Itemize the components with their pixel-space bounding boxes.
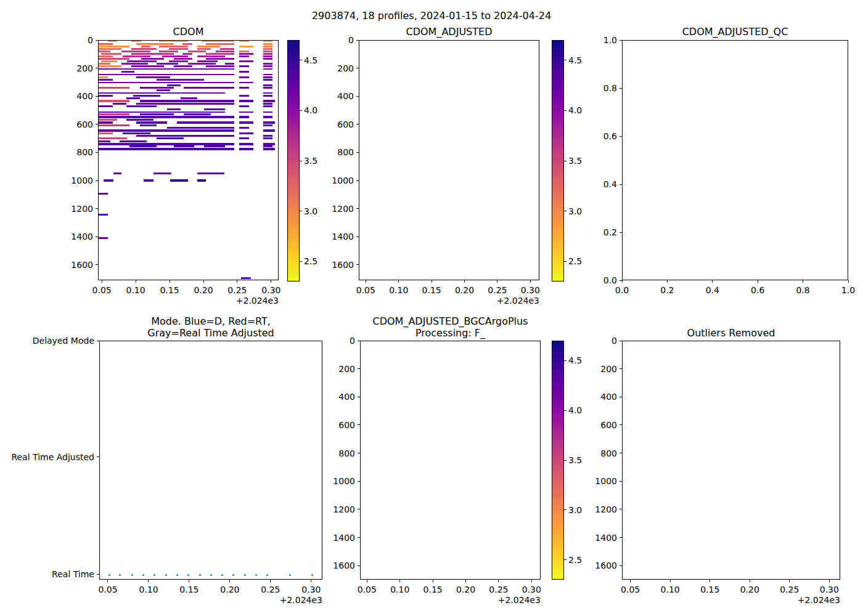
y-tick-label: 1000 [56,176,93,185]
cdom-segment [225,63,234,65]
x-tick-label: 0.15 [416,286,447,295]
cdom-segment [239,132,253,134]
y-tick-mark [96,237,98,237]
y-category-label: Real Time Adjusted [1,453,94,462]
cdom-segment [99,79,113,81]
cdom-segment [126,119,153,121]
y-tick-mark [96,208,98,209]
cdom-segment [99,76,108,78]
x-tick-label: 0.20 [449,286,480,295]
cdom-segment [136,121,166,124]
cdom-segment [239,127,248,129]
cdom-segment [174,65,193,67]
cdom-segment [169,60,188,62]
x-tick-mark [367,580,367,582]
y-tick-mark [97,574,99,575]
colorbar-bgc-argo-plus [552,341,564,580]
x-tick-mark [102,280,102,283]
profile-dot [289,574,291,576]
x-tick-mark [829,580,830,582]
x-tick-mark [229,580,230,582]
x-tick-label: 0.30 [296,585,327,594]
profile-dot [244,574,246,576]
cdom-segment [239,148,253,150]
cdom-segment [169,48,188,50]
cdom-segment [99,129,234,132]
x-tick-mark [630,580,631,582]
y-tick-mark [620,88,622,89]
cdom-segment [197,172,224,174]
cdom-segment [159,41,187,42]
cdom-segment [263,116,272,118]
y-tick-label: 200 [580,365,617,374]
x-tick-label: 0.4 [697,286,728,295]
x-tick-label: 0.10 [133,585,164,594]
panel-title-cdom-adjusted: CDOM_ADJUSTED [359,26,539,38]
y-tick-mark [620,232,622,233]
cdom-segment [157,89,170,91]
y-tick-mark [620,537,622,538]
cdom-segment [263,148,276,150]
cdom-segment [121,51,150,52]
y-tick-mark [620,341,622,341]
cdom-segment [99,74,234,75]
y-tick-mark [620,424,622,425]
y-tick-label: 600 [318,421,355,430]
y-tick-label: 0.4 [580,180,617,189]
axis-offset-label: +2.024e3 [264,595,322,604]
y-tick-label: 1000 [317,176,354,185]
x-tick-mark [237,280,237,283]
cdom-segment [127,60,157,62]
y-tick-mark [96,68,98,68]
cdom-segment [101,60,117,62]
cdom-segment [131,48,157,50]
cdom-segment [202,41,235,42]
colorbar-tick-mark [564,559,566,560]
cdom-segment [99,58,129,60]
y-tick-mark [356,208,359,209]
y-tick-mark [620,40,622,41]
cdom-segment [263,100,276,102]
cdom-segment [167,108,181,110]
y-category-label: Delayed Mode [1,336,94,346]
colorbar-tick-label: 3.0 [568,207,593,216]
cdom-segment [99,121,113,124]
cdom-segment [99,214,108,216]
cdom-segment [241,277,250,279]
cdom-segment [99,111,225,113]
colorbar-tick-label: 4.0 [304,106,329,115]
x-tick-mark [311,580,311,582]
y-tick-label: 1400 [580,533,617,543]
cdom-segment [263,68,272,70]
x-tick-mark [622,280,623,283]
x-tick-mark [465,580,466,582]
y-tick-label: 1400 [318,533,355,543]
axis-offset-label: +2.024e3 [482,595,541,604]
colorbar-tick-label: 3.0 [568,506,593,515]
cdom-segment [99,95,113,97]
plot-area [623,41,848,280]
y-tick-label: 200 [318,365,355,374]
x-tick-mark [189,580,189,582]
profile-dot [142,574,144,576]
y-tick-mark [358,481,360,482]
y-tick-mark [356,124,359,124]
y-tick-mark [356,264,359,265]
cdom-segment [239,100,253,102]
y-tick-label: 1000 [580,477,617,486]
cdom-segment [121,63,148,65]
cdom-segment [263,92,272,94]
cdom-segment [99,140,110,142]
x-tick-label: 0.05 [351,585,382,594]
y-tick-label: 600 [580,421,617,430]
x-tick-label: 0.20 [734,585,765,594]
cdom-segment [239,111,253,113]
cdom-segment [99,68,234,70]
x-tick-mark [848,280,849,283]
cdom-segment [99,65,121,67]
x-tick-label: 0.2 [652,286,682,295]
x-tick-mark [758,280,758,283]
cdom-segment [126,105,157,107]
x-tick-label: 0.8 [788,286,819,295]
colorbar-tick-mark [300,211,302,211]
